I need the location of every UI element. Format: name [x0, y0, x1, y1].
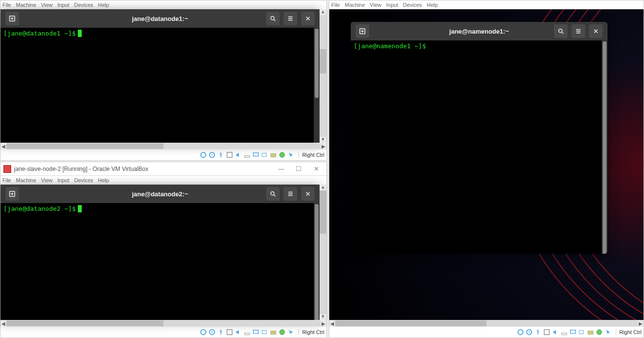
mouse-integration-icon[interactable]: [287, 151, 295, 159]
scroll-right-icon[interactable]: ▶: [321, 321, 326, 326]
svg-point-12: [212, 154, 213, 156]
recording-icon[interactable]: [261, 328, 268, 336]
menu-button[interactable]: [284, 187, 297, 201]
scroll-left-icon[interactable]: ◀: [329, 321, 335, 326]
menu-machine[interactable]: Machine: [16, 177, 36, 183]
close-button[interactable]: [301, 187, 315, 201]
virtualbox-icon: [3, 165, 11, 173]
clipboard-icon[interactable]: [595, 328, 603, 336]
usb-icon[interactable]: [217, 328, 225, 336]
window-titlebar[interactable]: jane-slave-node-2 [Running] - Oracle VM …: [0, 162, 326, 176]
close-button[interactable]: [589, 24, 603, 38]
vm-horizontal-scrollbar[interactable]: ◀ ▶: [329, 320, 644, 327]
menu-input[interactable]: Input: [57, 177, 69, 183]
terminal-body[interactable]: [jane@datanode2 ~]$: [0, 203, 320, 320]
menu-file[interactable]: File: [2, 2, 11, 8]
scroll-left-icon[interactable]: ◀: [0, 321, 6, 326]
menu-help[interactable]: Help: [427, 2, 438, 8]
menu-machine[interactable]: Machine: [16, 2, 36, 8]
terminal-body[interactable]: [jane@datanode1 ~]$: [0, 28, 320, 143]
usb-icon[interactable]: [534, 328, 542, 336]
window-close-button[interactable]: ✕: [309, 165, 323, 172]
menu-devices[interactable]: Devices: [74, 177, 93, 183]
optical-icon[interactable]: [208, 151, 216, 159]
menu-help[interactable]: Help: [98, 177, 109, 183]
menu-devices[interactable]: Devices: [74, 2, 93, 8]
menu-machine[interactable]: Machine: [345, 2, 365, 8]
menu-view[interactable]: View: [370, 2, 381, 8]
vm-horizontal-scrollbar[interactable]: ◀ ▶: [0, 143, 326, 150]
new-tab-button[interactable]: [5, 12, 19, 25]
audio-icon[interactable]: [234, 328, 242, 336]
close-button[interactable]: [301, 12, 315, 25]
terminal-scrollbar[interactable]: [602, 40, 608, 254]
maximize-button[interactable]: ☐: [291, 165, 306, 172]
floppy-icon[interactable]: [226, 151, 233, 159]
terminal-window: jane@namenode1:~ [jane@namenode1 ~]$: [351, 22, 608, 254]
recording-icon[interactable]: [578, 328, 586, 336]
optical-icon[interactable]: [525, 328, 533, 336]
menu-input[interactable]: Input: [57, 2, 69, 8]
floppy-icon[interactable]: [543, 328, 551, 336]
mouse-integration-icon[interactable]: [287, 328, 295, 336]
search-button[interactable]: [266, 12, 280, 25]
terminal-body[interactable]: [jane@namenode1 ~]$: [351, 40, 608, 254]
usb-icon[interactable]: [217, 151, 225, 159]
menu-button[interactable]: [572, 24, 585, 38]
optical-icon[interactable]: [208, 328, 216, 336]
menu-view[interactable]: View: [41, 177, 53, 183]
clipboard-icon[interactable]: [278, 328, 286, 336]
scroll-down-icon[interactable]: ▼: [320, 314, 326, 320]
vm-guest-display[interactable]: jane@datanode2:~ [jane@datanode2 ~]$: [0, 185, 326, 320]
vm-horizontal-scrollbar[interactable]: ◀ ▶: [0, 320, 326, 327]
audio-icon[interactable]: [552, 328, 559, 336]
shared-folder-icon[interactable]: [269, 328, 277, 336]
floppy-icon[interactable]: [226, 328, 233, 336]
minimize-button[interactable]: —: [274, 165, 288, 172]
search-button[interactable]: [266, 187, 280, 201]
new-tab-button[interactable]: [5, 187, 19, 201]
svg-line-23: [274, 195, 276, 197]
vm-vertical-scrollbar[interactable]: ▲ ▼: [320, 185, 326, 320]
menu-devices[interactable]: Devices: [403, 2, 422, 8]
display-icon[interactable]: [252, 151, 260, 159]
menu-file[interactable]: File: [331, 2, 340, 8]
menu-view[interactable]: View: [41, 2, 53, 8]
hdd-icon[interactable]: [517, 328, 524, 336]
recording-icon[interactable]: [261, 151, 268, 159]
menu-file[interactable]: File: [2, 177, 11, 183]
svg-rect-53: [571, 330, 576, 334]
hdd-icon[interactable]: [199, 151, 207, 159]
scroll-right-icon[interactable]: ▶: [321, 144, 326, 149]
vm-guest-display[interactable]: jane@namenode1:~ [jane@namenode1 ~]$: [329, 9, 644, 320]
terminal-title: jane@namenode1:~: [351, 28, 608, 35]
shared-folder-icon[interactable]: [269, 151, 277, 159]
svg-rect-54: [579, 331, 584, 334]
vm-statusbar: Right Ctrl: [0, 327, 326, 338]
search-button[interactable]: [554, 24, 568, 38]
menu-button[interactable]: [284, 12, 297, 25]
shared-folder-icon[interactable]: [587, 328, 594, 336]
scroll-right-icon[interactable]: ▶: [638, 321, 644, 326]
clipboard-icon[interactable]: [278, 151, 286, 159]
scroll-up-icon[interactable]: ▲: [320, 9, 326, 15]
terminal-scrollbar[interactable]: [314, 203, 320, 320]
vm-guest-display[interactable]: jane@datanode1:~ [jane@datanode1 ~]$: [0, 9, 326, 143]
display-icon[interactable]: [252, 328, 260, 336]
scroll-left-icon[interactable]: ◀: [0, 144, 6, 149]
display-icon[interactable]: [569, 328, 577, 336]
hdd-icon[interactable]: [199, 328, 207, 336]
terminal-window: jane@datanode2:~ [jane@datanode2 ~]$: [0, 185, 320, 320]
network-icon[interactable]: [243, 151, 251, 159]
vm-vertical-scrollbar[interactable]: ▲ ▼: [320, 9, 326, 143]
scroll-down-icon[interactable]: ▼: [320, 137, 326, 143]
network-icon[interactable]: [560, 328, 568, 336]
scroll-up-icon[interactable]: ▲: [320, 185, 326, 190]
menu-input[interactable]: Input: [386, 2, 398, 8]
network-icon[interactable]: [243, 328, 251, 336]
terminal-scrollbar[interactable]: [314, 28, 320, 143]
mouse-integration-icon[interactable]: [604, 328, 612, 336]
menu-help[interactable]: Help: [98, 2, 109, 8]
audio-icon[interactable]: [234, 151, 242, 159]
new-tab-button[interactable]: [356, 24, 369, 38]
